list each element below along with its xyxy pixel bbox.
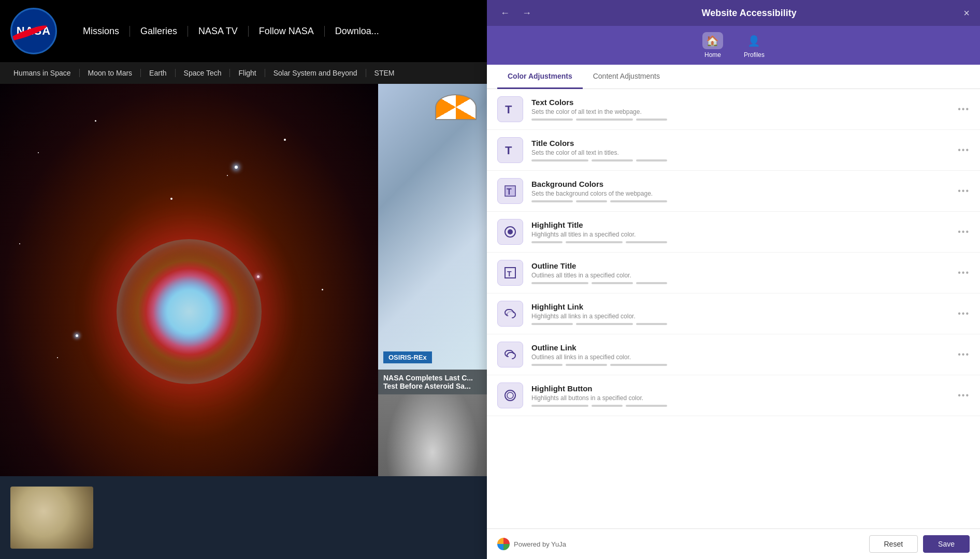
outline-link-slider-2[interactable] — [566, 364, 607, 366]
acc-item-outline-title[interactable]: T Outline Title Outlines all titles in a… — [487, 253, 980, 293]
highlight-link-slider-3[interactable] — [636, 323, 667, 325]
side-top-title: NASA Completes Last C... Test Before Ast… — [383, 374, 482, 390]
sec-nav-earth[interactable]: Earth — [141, 69, 175, 77]
nav-galleries[interactable]: Galleries — [130, 26, 188, 37]
nasa-side-article-top[interactable]: OSIRIS-REx NASA Completes Last C... Test… — [378, 84, 487, 394]
tab-color-adjustments[interactable]: Color Adjustments — [497, 65, 583, 89]
outline-link-desc: Outlines all links in a specified color. — [531, 354, 949, 361]
highlight-title-slider-3[interactable] — [626, 241, 667, 243]
sec-nav-space-tech[interactable]: Space Tech — [176, 69, 230, 77]
outline-link-slider-3[interactable] — [610, 364, 667, 366]
acc-item-title-colors[interactable]: T Title Colors Sets the color of all tex… — [487, 130, 980, 171]
sec-nav-solar[interactable]: Solar System and Beyond — [265, 69, 366, 77]
background-colors-slider-2[interactable] — [576, 200, 607, 202]
nav-download[interactable]: Downloa... — [325, 26, 390, 37]
background-colors-slider-3[interactable] — [610, 200, 667, 202]
svg-point-10 — [507, 392, 513, 399]
highlight-button-desc: Highlights all buttons in a specified co… — [531, 394, 949, 402]
title-colors-slider-2[interactable] — [592, 159, 633, 161]
save-button[interactable]: Save — [923, 535, 970, 553]
text-colors-sliders — [531, 119, 949, 121]
outline-title-slider-2[interactable] — [592, 282, 633, 284]
osiris-badge: OSIRIS-REx — [383, 351, 432, 363]
footer-brand-text: Powered by YuJa — [514, 540, 566, 548]
acc-item-highlight-title[interactable]: Highlight Title Highlights all titles in… — [487, 212, 980, 253]
title-colors-title: Title Colors — [531, 139, 949, 148]
highlight-button-title: Highlight Button — [531, 384, 949, 393]
outline-title-sliders — [531, 282, 949, 284]
nav-missions[interactable]: Missions — [73, 26, 130, 37]
sec-nav-moon[interactable]: Moon to Mars — [80, 69, 141, 77]
outline-title-desc: Outlines all titles in a specified color… — [531, 272, 949, 279]
nasa-hero[interactable]: Webb Telescope Webb Reveals New Structur… — [0, 84, 378, 539]
acc-item-text-colors[interactable]: T Text Colors Sets the color of all text… — [487, 89, 980, 130]
title-colors-slider-1[interactable] — [531, 159, 588, 161]
nasa-primary-nav: Missions Galleries NASA TV Follow NASA D… — [73, 26, 390, 37]
acc-item-background-colors[interactable]: T Background Colors Sets the background … — [487, 171, 980, 212]
nasa-logo[interactable]: NASA — [10, 8, 57, 54]
highlight-button-slider-1[interactable] — [531, 405, 588, 407]
panel-back-button[interactable]: ← — [497, 7, 513, 20]
highlight-title-sliders — [531, 241, 949, 243]
outline-title-slider-3[interactable] — [636, 282, 667, 284]
background-colors-slider-1[interactable] — [531, 200, 573, 202]
tab-content-adjustments[interactable]: Content Adjustments — [583, 65, 670, 89]
sec-nav-flight[interactable]: Flight — [230, 69, 265, 77]
nav-follow[interactable]: Follow NASA — [249, 26, 325, 37]
background-colors-icon: T — [497, 178, 523, 204]
highlight-link-desc: Highlights all links in a specified colo… — [531, 313, 949, 320]
outline-link-more-button[interactable]: ••• — [958, 350, 970, 359]
text-colors-info: Text Colors Sets the color of all text i… — [531, 98, 949, 121]
svg-point-8 — [507, 311, 513, 317]
home-nav-label: Home — [704, 51, 721, 58]
highlight-link-more-button[interactable]: ••• — [958, 309, 970, 318]
panel-profiles-nav[interactable]: 👤 Profiles — [744, 32, 765, 58]
outline-link-title: Outline Link — [531, 343, 949, 352]
outline-title-icon: T — [497, 260, 523, 286]
title-colors-sliders — [531, 159, 949, 161]
acc-item-outline-link[interactable]: Outline Link Outlines all links in a spe… — [487, 334, 980, 375]
nav-nasa-tv[interactable]: NASA TV — [188, 26, 249, 37]
text-colors-slider-1[interactable] — [531, 119, 573, 121]
highlight-link-slider-1[interactable] — [531, 323, 573, 325]
highlight-title-more-button[interactable]: ••• — [958, 227, 970, 237]
text-colors-desc: Sets the color of all text in the webpag… — [531, 108, 949, 115]
outline-link-icon — [497, 342, 523, 367]
highlight-button-slider-2[interactable] — [592, 405, 623, 407]
title-colors-info: Title Colors Sets the color of all text … — [531, 139, 949, 161]
background-colors-sliders — [531, 200, 949, 202]
highlight-button-more-button[interactable]: ••• — [958, 391, 970, 400]
acc-item-highlight-button[interactable]: Highlight Button Highlights all buttons … — [487, 375, 980, 416]
panel-close-button[interactable]: × — [963, 7, 970, 19]
outline-title-more-button[interactable]: ••• — [958, 268, 970, 277]
title-colors-more-button[interactable]: ••• — [958, 145, 970, 155]
profiles-icon: 👤 — [744, 32, 765, 49]
highlight-link-slider-2[interactable] — [576, 323, 633, 325]
parachute-visual — [435, 94, 477, 125]
svg-text:T: T — [505, 103, 512, 116]
reset-button[interactable]: Reset — [869, 535, 918, 553]
outline-link-slider-1[interactable] — [531, 364, 563, 366]
sec-nav-humans[interactable]: Humans in Space — [5, 69, 80, 77]
text-colors-title: Text Colors — [531, 98, 949, 107]
title-colors-slider-3[interactable] — [636, 159, 667, 161]
highlight-title-slider-1[interactable] — [531, 241, 563, 243]
acc-item-highlight-link[interactable]: Highlight Link Highlights all links in a… — [487, 293, 980, 334]
highlight-title-slider-2[interactable] — [566, 241, 623, 243]
panel-forward-button[interactable]: → — [519, 7, 535, 20]
panel-home-nav[interactable]: 🏠 Home — [702, 32, 723, 58]
text-colors-slider-2[interactable] — [576, 119, 633, 121]
outline-title-info: Outline Title Outlines all titles in a s… — [531, 261, 949, 284]
svg-text:T: T — [507, 187, 512, 196]
sec-nav-stem[interactable]: STEM — [366, 69, 403, 77]
highlight-button-slider-3[interactable] — [626, 405, 667, 407]
home-icon: 🏠 — [702, 32, 723, 49]
text-colors-more-button[interactable]: ••• — [958, 105, 970, 114]
outline-title-slider-1[interactable] — [531, 282, 588, 284]
highlight-link-icon — [497, 301, 523, 327]
highlight-button-info: Highlight Button Highlights all buttons … — [531, 384, 949, 407]
text-colors-slider-3[interactable] — [636, 119, 667, 121]
background-colors-more-button[interactable]: ••• — [958, 186, 970, 196]
supernova-visual — [117, 239, 262, 384]
background-colors-title: Background Colors — [531, 180, 949, 188]
